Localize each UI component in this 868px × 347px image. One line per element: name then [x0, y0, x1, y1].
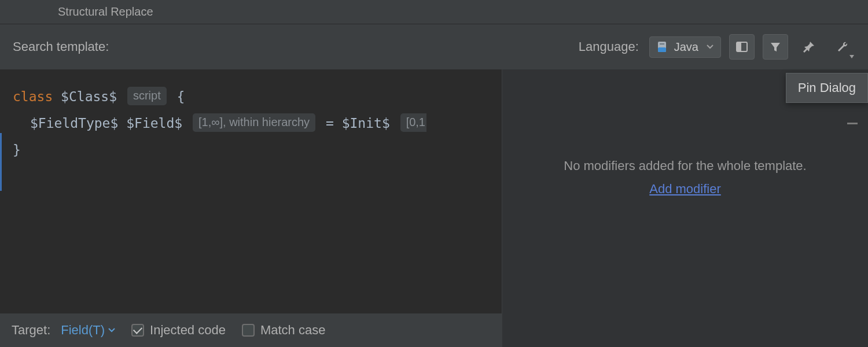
filter-button[interactable]	[763, 34, 788, 60]
editor-footer: Target: Field(T) Injected code Match cas…	[0, 313, 502, 347]
var-field: $Field$	[126, 116, 182, 131]
chip-script[interactable]: script	[127, 87, 167, 105]
injected-code-label: Injected code	[150, 323, 226, 338]
toolbar: Search template: Language: Java	[0, 24, 868, 69]
injected-code-checkbox[interactable]	[131, 324, 144, 337]
language-label: Language:	[579, 39, 639, 54]
var-init: $Init$	[342, 116, 390, 131]
match-case-checkbox[interactable]	[242, 324, 255, 337]
target-label: Target:	[12, 323, 50, 338]
var-class: $Class$	[61, 89, 117, 104]
settings-button[interactable]	[830, 34, 855, 60]
left-pane: class $Class$ script { $FieldType$ $Fiel…	[0, 69, 502, 347]
wrench-icon	[836, 40, 849, 54]
java-file-icon	[657, 41, 668, 53]
brace-close: }	[13, 142, 21, 157]
modifiers-pane: No modifiers added for the whole templat…	[502, 69, 868, 347]
brace-open: {	[177, 89, 185, 104]
panel-icon	[735, 40, 748, 53]
window-title: Structural Replace	[58, 5, 153, 19]
search-template-label: Search template:	[13, 39, 109, 54]
match-case-checkbox-row[interactable]: Match case	[242, 323, 326, 338]
svg-rect-1	[658, 47, 666, 52]
code-line-2: $FieldType$ $Field$ [1,∞], within hierar…	[13, 110, 502, 136]
window-titlebar: Structural Replace	[0, 0, 868, 24]
search-template-editor[interactable]: class $Class$ script { $FieldType$ $Fiel…	[0, 69, 502, 313]
pin-icon	[802, 40, 816, 54]
chevron-down-icon	[707, 45, 713, 49]
svg-rect-2	[660, 43, 664, 45]
chevron-down-icon	[108, 328, 115, 333]
target-dropdown[interactable]: Field(T)	[61, 323, 115, 338]
language-dropdown[interactable]: Java	[649, 36, 721, 58]
pin-button[interactable]	[796, 34, 822, 60]
chip-field-constraints[interactable]: [1,∞], within hierarchy	[193, 113, 315, 132]
keyword-class: class	[13, 89, 53, 104]
pin-dialog-tooltip: Pin Dialog	[786, 73, 868, 103]
svg-rect-4	[737, 43, 741, 51]
add-modifier-link[interactable]: Add modifier	[649, 182, 721, 197]
toggle-panel-button[interactable]	[729, 34, 755, 60]
toolbar-right: Language: Java	[579, 34, 855, 60]
code-line-3: }	[13, 136, 502, 163]
language-value: Java	[674, 40, 698, 54]
injected-code-checkbox-row[interactable]: Injected code	[131, 323, 226, 338]
empty-modifiers-message: No modifiers added for the whole templat…	[564, 158, 806, 174]
collapse-icon[interactable]	[847, 123, 858, 124]
body-area: class $Class$ script { $FieldType$ $Fiel…	[0, 69, 868, 347]
funnel-icon	[769, 40, 782, 53]
code-line-1: class $Class$ script {	[13, 83, 502, 110]
chevron-down-icon	[849, 55, 854, 58]
match-case-label: Match case	[260, 323, 326, 338]
var-fieldtype: $FieldType$	[30, 116, 118, 131]
chip-init-constraints[interactable]: [0,1	[400, 113, 426, 132]
target-value: Field(T)	[61, 323, 105, 338]
equals-sign: =	[326, 116, 334, 131]
